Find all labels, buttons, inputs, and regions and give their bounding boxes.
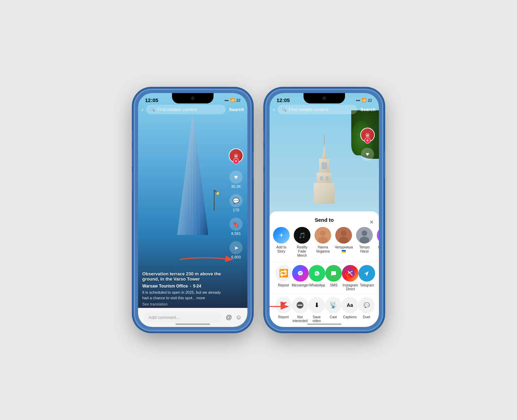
sheet-header: Send to × [270,217,379,227]
power-btn-2 [383,151,385,179]
action-duet[interactable]: 💬 Duet [358,297,375,323]
svg-rect-42 [377,227,379,244]
hanna-img [315,227,331,244]
sheet-title: Send to [315,217,334,223]
time-1: 12:05 [145,97,158,103]
app-name-repost: Repost [278,283,289,287]
search-container-2[interactable]: 🔍 Find related content [278,105,357,114]
arrow-2 [270,301,294,312]
add-story-avatar: + [273,227,290,244]
contact-chep[interactable]: Чепурняша 🇺🇦 [335,227,353,258]
messenger-logo [296,269,305,278]
svg-point-37 [341,230,346,236]
battery-text-2: 22 [368,98,372,102]
follow-badge[interactable]: + [233,158,239,164]
svg-point-34 [320,230,326,236]
home-indicator-2 [307,323,342,325]
signal-icon: ▪▪▪ [225,98,229,102]
app-name-messenger: Messenger [292,283,309,287]
contact-tempo[interactable]: Tempo Hand [355,227,373,258]
back-button-2[interactable]: ‹ [273,107,275,113]
comment-icon: 💬 [229,194,243,207]
arrow-annotation [176,253,238,266]
svg-marker-13 [322,145,327,159]
save-icon: 🔖 [229,218,243,231]
search-bar-1: ‹ 🔍 Find related content Search [138,103,247,116]
app-whatsapp[interactable]: WhatsApp [309,265,325,291]
status-icons-1: ▪▪▪ 📶 22 [225,98,241,102]
palace-svg [310,135,338,204]
hanna-avatar [315,227,331,244]
comment-input[interactable]: Add comment... [144,312,221,323]
action-not-interested[interactable]: Not interested [292,297,308,323]
contact-hanna[interactable]: Hanna Veganna [314,227,332,258]
save-count: 8,581 [231,231,241,236]
emoji-icon[interactable]: ☺ [236,314,242,321]
phone-2: 12:05 ▪▪▪ 📶 22 ‹ 🔍 Find related content … [265,89,383,331]
tornvi-avatar [377,227,379,244]
contacts-row: + Add to Story 🎵 Reality Fade Merch [270,227,379,262]
search-icon-1: 🔍 [150,107,155,112]
action-save-video[interactable]: ⬇ Save video [308,297,325,323]
app-instagram-direct[interactable]: Instagram Direct [342,265,359,291]
action-name-captions: Captions [343,315,356,319]
svg-point-35 [318,237,328,244]
app-sms[interactable]: SMS [325,265,342,291]
actions-section: 🚩 Report Not interested ⬇ [270,294,379,327]
at-icon[interactable]: @ [226,314,232,321]
search-icon-2: 🔍 [282,107,287,112]
like-icon-2[interactable]: ♥ [361,148,374,161]
action-name-report: Report [278,315,289,319]
contact-name-tornvi: торнві і її пріколи [376,245,379,254]
whatsapp-logo [312,269,321,278]
contact-tornvi[interactable]: торнві і її пріколи [376,227,379,258]
svg-text:🏛: 🏛 [365,133,370,138]
app-name-whatsapp: WhatsApp [309,283,325,287]
close-button[interactable]: × [370,218,373,226]
contact-name-story: Add to Story [272,245,290,254]
comment-action[interactable]: 💬 170 [229,194,243,212]
search-button-2[interactable]: Search [361,107,375,112]
like-action[interactable]: ♥ 30.2K [229,171,243,189]
app-repost[interactable]: 🔁 Repost [275,265,292,291]
volume-btn-3 [132,172,134,191]
telegram-logo [362,269,371,278]
instagram-direct-icon [342,265,359,282]
see-translation[interactable]: See translation [142,302,227,306]
action-captions[interactable]: Aa Captions [342,297,358,323]
contact-reality-fade[interactable]: 🎵 Reality Fade Merch [293,227,311,258]
search-button-1[interactable]: Search [229,107,244,112]
app-messenger[interactable]: Messenger [292,265,309,291]
tempo-avatar [356,227,373,244]
telegram-icon [359,265,375,282]
svg-rect-19 [326,176,328,180]
search-container-1[interactable]: 🔍 Find related content [146,105,225,114]
back-button-1[interactable]: ‹ [142,107,143,113]
app-telegram[interactable]: Telegram [359,265,375,291]
not-interested-svg [296,301,304,309]
action-name-not-interested: Not interested [292,315,308,323]
svg-point-41 [360,237,369,244]
save-action[interactable]: 🔖 8,581 [229,218,243,236]
tornvi-img [377,227,379,244]
svg-rect-15 [317,173,332,183]
messenger-icon [292,265,309,282]
video-user[interactable]: Warsaw Tourism Office 5·24 [142,284,227,289]
contact-add-story[interactable]: + Add to Story [272,227,290,258]
follow-badge-2[interactable]: + [364,137,371,144]
chep-img [335,227,352,244]
action-name-duet: Duet [363,315,370,319]
building-svg [158,114,227,235]
reality-fade-img: 🎵 [294,227,310,244]
video-overlay-1: Observation terrace 230 m above the grou… [142,271,227,306]
video-title: Observation terrace 230 m above the grou… [142,271,227,282]
search-placeholder-2: Find related content [289,107,328,112]
action-cast[interactable]: 📡 Cast [325,297,342,323]
tempo-img [356,227,373,244]
avatar-container-2: 🏛 + [360,128,375,142]
status-icons-2: ▪▪▪ 📶 22 [356,98,372,102]
instagram-logo [346,269,355,278]
phone-screen-1: 12:05 ▪▪▪ 📶 22 ‹ 🔍 Find related content … [138,93,247,327]
contact-name-tempo: Tempo Hand [355,245,373,254]
signal-icon-2: ▪▪▪ [356,98,360,102]
